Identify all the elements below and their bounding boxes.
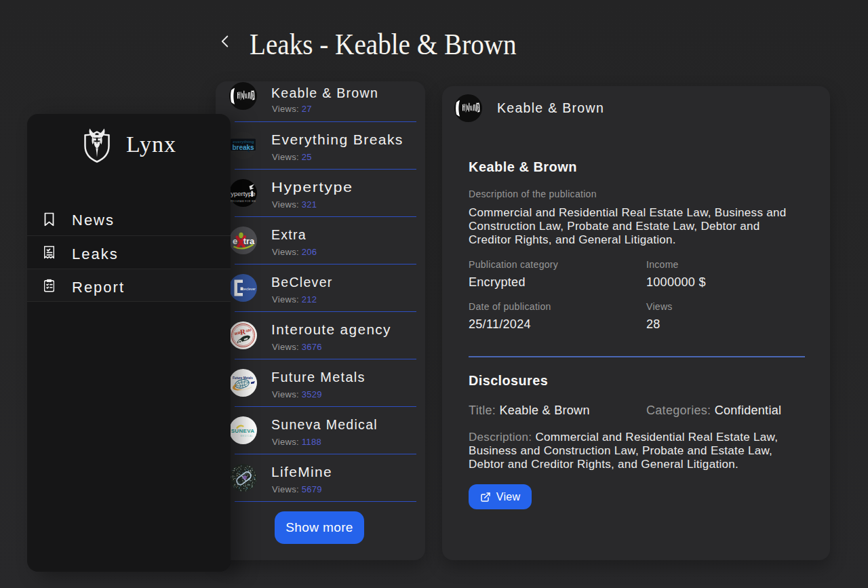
svg-text:tra: tra xyxy=(243,236,255,246)
svg-text:PROGRAM FOR WE: PROGRAM FOR WE xyxy=(231,200,256,203)
svg-text:e: e xyxy=(233,236,237,246)
svg-text:beclever: beclever xyxy=(242,287,256,291)
svg-text:MEDICAL: MEDICAL xyxy=(241,435,254,437)
svg-text:breaks: breaks xyxy=(232,144,254,151)
svg-text:SUNEVA: SUNEVA xyxy=(231,428,255,434)
